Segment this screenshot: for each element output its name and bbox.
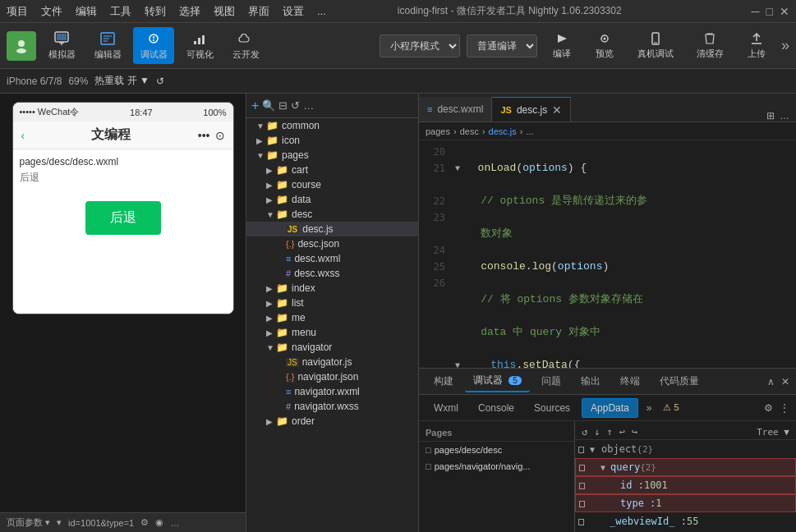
- phone-path: pages/desc/desc.wxml: [20, 156, 227, 167]
- phone-back-btn[interactable]: 后退: [85, 201, 161, 235]
- tree-file-desc-wxss[interactable]: # desc.wxss: [246, 266, 418, 281]
- tree-folder-desc[interactable]: ▼ 📁 desc: [246, 207, 418, 222]
- tree-file-desc-wxml[interactable]: ≡ desc.wxml: [246, 251, 418, 266]
- refresh-icon[interactable]: ↺: [156, 76, 164, 87]
- close-button[interactable]: ✕: [780, 5, 789, 18]
- settings-gear-icon[interactable]: ⚙: [764, 402, 773, 414]
- sub-tab-console[interactable]: Console: [470, 399, 522, 417]
- device-debug-button[interactable]: 真机调试: [629, 28, 682, 63]
- menu-item-view[interactable]: 视图: [214, 4, 235, 19]
- network-dropdown[interactable]: 热重载 开 ▼: [94, 74, 150, 88]
- tree-folder-pages[interactable]: ▼ 📁 pages: [246, 148, 418, 163]
- editor-label: 编辑器: [94, 48, 122, 61]
- editor-button[interactable]: 编辑器: [87, 27, 128, 64]
- sub-tab-more[interactable]: »: [642, 401, 657, 415]
- compile-mode-select[interactable]: 普通编译: [467, 34, 537, 57]
- tab-desc-js[interactable]: JS desc.js ✕: [492, 97, 571, 122]
- tree-folder-cart[interactable]: ▶ 📁 cart: [246, 163, 418, 177]
- menu-item-edit[interactable]: 编辑: [76, 4, 97, 19]
- refresh-data-icon[interactable]: ↺: [582, 426, 587, 438]
- tree-folder-navigator[interactable]: ▼ 📁 navigator: [246, 340, 418, 355]
- tree-file-navigator-js[interactable]: JS navigator.js: [246, 355, 418, 369]
- tree-folder-me[interactable]: ▶ 📁 me: [246, 310, 418, 325]
- menu-item-project[interactable]: 项目: [7, 4, 28, 19]
- page-param-label[interactable]: 页面参数 ▾: [7, 516, 50, 529]
- tree-folder-course[interactable]: ▶ 📁 course: [246, 177, 418, 192]
- cloud-button[interactable]: 云开发: [225, 27, 266, 64]
- more-toolbar-button[interactable]: »: [781, 37, 789, 54]
- undo-data-icon[interactable]: ↩: [619, 426, 625, 438]
- tree-folder-common[interactable]: ▼ 📁 common: [246, 118, 418, 133]
- add-data-icon[interactable]: ↓: [594, 426, 600, 438]
- menu-item-file[interactable]: 文件: [41, 4, 62, 19]
- phone-nav-bar: ‹ 文编程 ••• ⊙: [13, 122, 233, 149]
- menu-item-select[interactable]: 选择: [179, 4, 200, 19]
- tree-file-navigator-wxml[interactable]: ≡ navigator.wxml: [246, 384, 418, 399]
- bottom-tab-debugger[interactable]: 调试器 5: [465, 370, 530, 392]
- more-icon[interactable]: …: [170, 518, 179, 528]
- page-param-icon: ▾: [57, 517, 62, 528]
- tree-file-navigator-wxss[interactable]: # navigator.wxss: [246, 399, 418, 414]
- tree-folder-index[interactable]: ▶ 📁 index: [246, 281, 418, 296]
- tree-folder-menu[interactable]: ▶ 📁 menu: [246, 325, 418, 340]
- tree-file-desc-json[interactable]: {.} desc.json: [246, 236, 418, 251]
- bottom-tab-build[interactable]: 构建: [426, 371, 462, 392]
- bottom-tab-issues[interactable]: 问题: [533, 371, 569, 392]
- phone-menu-dots[interactable]: •••: [198, 129, 210, 142]
- tab-desc-wxml[interactable]: ≡ desc.wxml: [419, 97, 492, 122]
- upload-button[interactable]: 上传: [738, 28, 775, 63]
- remove-data-icon[interactable]: ↑: [606, 426, 612, 438]
- bottom-tab-terminal[interactable]: 终端: [612, 371, 648, 392]
- mode-select[interactable]: 小程序模式: [380, 34, 460, 57]
- more-debug-icon[interactable]: ⋮: [780, 402, 789, 414]
- compile-button[interactable]: 编译: [544, 28, 580, 63]
- tree-folder-order[interactable]: ▶ 📁 order: [246, 414, 418, 429]
- tab-close-button[interactable]: ✕: [552, 103, 562, 117]
- menu-item-settings[interactable]: 设置: [283, 4, 304, 19]
- close-panel-icon[interactable]: ✕: [781, 376, 789, 388]
- collapse-panel-icon[interactable]: ∧: [767, 376, 775, 388]
- more-editor-icon[interactable]: …: [780, 110, 789, 122]
- arrow-query[interactable]: ▼: [591, 463, 610, 472]
- code-editor[interactable]: 20 21 · 22 23 · 24 25 26 ▼ onLoad(option…: [419, 140, 796, 368]
- page-item-navigator[interactable]: □ pages/navigator/navig...: [419, 458, 574, 475]
- page-item-desc[interactable]: □ pages/desc/desc: [419, 442, 574, 458]
- file-tree-collapse[interactable]: ⊟: [278, 99, 288, 112]
- maximize-button[interactable]: □: [766, 5, 773, 18]
- phone-settings-icon[interactable]: ⊙: [215, 129, 225, 142]
- sub-tab-sources[interactable]: Sources: [526, 399, 578, 417]
- file-tree-refresh[interactable]: ↺: [291, 99, 300, 112]
- tree-folder-list[interactable]: ▶ 📁 list: [246, 296, 418, 310]
- menu-item-more[interactable]: ...: [317, 5, 326, 17]
- bottom-tab-code-quality[interactable]: 代码质量: [651, 371, 707, 392]
- menu-item-interface[interactable]: 界面: [248, 4, 269, 19]
- tree-folder-data[interactable]: ▶ 📁 data: [246, 192, 418, 207]
- preview-button[interactable]: 预览: [587, 28, 623, 63]
- menu-item-tools[interactable]: 工具: [110, 4, 131, 19]
- tree-view-label[interactable]: Tree ▼: [757, 427, 789, 438]
- sub-tab-wxml[interactable]: Wxml: [426, 399, 467, 417]
- split-editor-icon[interactable]: ⊞: [766, 110, 775, 122]
- sub-tab-appdata[interactable]: AppData: [582, 398, 638, 418]
- menu-item-goto[interactable]: 转到: [145, 4, 166, 19]
- zoom-label: 69%: [68, 76, 88, 87]
- tree-file-navigator-json[interactable]: {.} navigator.json: [246, 369, 418, 384]
- debugger-button[interactable]: 调试器: [133, 27, 174, 64]
- file-tree-new-file[interactable]: +: [251, 99, 259, 113]
- visualize-button[interactable]: 可视化: [179, 27, 220, 64]
- settings-icon[interactable]: ⚙: [140, 517, 149, 528]
- file-tree-search[interactable]: 🔍: [262, 99, 275, 112]
- minimize-button[interactable]: ─: [752, 5, 760, 18]
- sub-toolbar: iPhone 6/7/8 69% 热重载 开 ▼ ↺: [0, 69, 796, 94]
- simulator-button[interactable]: 模拟器: [41, 27, 82, 64]
- check-id: □: [579, 479, 591, 491]
- file-tree-more[interactable]: …: [303, 99, 314, 112]
- simulator-label: 模拟器: [48, 48, 76, 61]
- tree-file-desc-js[interactable]: JS desc.js: [246, 222, 418, 236]
- arrow-object[interactable]: ▼: [590, 445, 601, 454]
- redo-data-icon[interactable]: ↪: [632, 426, 637, 438]
- eye-icon[interactable]: ◉: [155, 517, 163, 528]
- clear-cache-button[interactable]: 清缓存: [688, 28, 732, 63]
- bottom-tab-output[interactable]: 输出: [573, 371, 609, 392]
- tree-folder-icon[interactable]: ▶ 📁 icon: [246, 133, 418, 148]
